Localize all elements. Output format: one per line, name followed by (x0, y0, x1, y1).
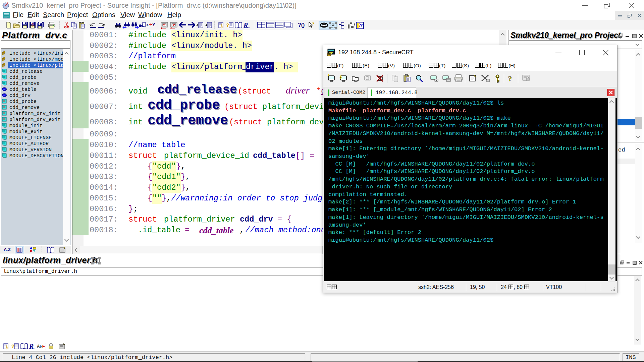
svg-text:?: ? (360, 23, 363, 28)
svg-text:Y: Y (152, 22, 155, 27)
svg-text:?(): ?() (298, 22, 305, 28)
svg-text:?: ? (312, 22, 314, 26)
svg-text:?: ? (11, 343, 14, 349)
svg-text:#: # (2, 57, 5, 61)
svg-text:?: ? (508, 74, 512, 83)
svg-text:x: x (146, 22, 149, 27)
svg-text:?: ? (226, 22, 229, 28)
svg-text:#: # (2, 51, 5, 55)
svg-text:#: # (30, 249, 32, 253)
svg-text:?: ? (31, 23, 34, 27)
svg-text:R: R (29, 343, 34, 350)
svg-text:#: # (2, 63, 5, 67)
svg-text:R: R (243, 22, 248, 28)
